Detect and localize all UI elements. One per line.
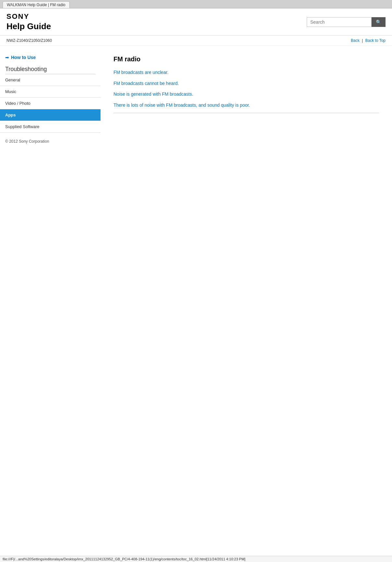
help-guide-title: Help Guide — [6, 21, 51, 31]
content-link-3[interactable]: Noise is generated with FM broadcasts. — [113, 91, 379, 98]
subheader: NWZ-Z1040/Z1050/Z1060 Back | Back to Top — [0, 36, 392, 46]
sidebar-item-how-to-use[interactable]: ➡ How to Use — [0, 52, 101, 63]
sidebar-item-music[interactable]: Music — [0, 86, 101, 98]
how-to-use-label: How to Use — [11, 55, 36, 60]
browser-tab[interactable]: WALKMAN Help Guide | FM radio — [3, 1, 70, 8]
sidebar-item-video-photo[interactable]: Video / Photo — [0, 98, 101, 109]
header: SONY Help Guide 🔍 — [0, 8, 392, 36]
content-link-2[interactable]: FM broadcasts cannot be heard. — [113, 80, 379, 87]
sidebar-item-apps[interactable]: Apps — [0, 109, 101, 121]
sony-logo: SONY — [6, 12, 51, 21]
search-input[interactable] — [307, 17, 372, 27]
logo-area: SONY Help Guide — [6, 12, 51, 31]
content-divider — [113, 113, 379, 113]
search-area: 🔍 — [307, 17, 386, 27]
content-link-1[interactable]: FM broadcasts are unclear. — [113, 69, 379, 76]
sidebar-item-supplied-software[interactable]: Supplied Software — [0, 121, 101, 133]
sidebar-items: General Music Video / Photo Apps Supplie… — [0, 74, 101, 133]
sidebar: ➡ How to Use Troubleshooting General Mus… — [0, 46, 101, 240]
chevron-right-icon: ➡ — [5, 55, 9, 60]
footer: © 2012 Sony Corporation — [0, 133, 101, 150]
pipe-separator: | — [362, 38, 364, 43]
back-to-top-link[interactable]: Back to Top — [365, 38, 386, 43]
copyright-text: © 2012 Sony Corporation — [5, 139, 49, 144]
main-layout: ➡ How to Use Troubleshooting General Mus… — [0, 46, 392, 240]
content-link-4[interactable]: There is lots of noise with FM broadcast… — [113, 102, 379, 109]
troubleshooting-section: Troubleshooting — [0, 66, 101, 74]
content-title: FM radio — [113, 55, 379, 63]
troubleshooting-title: Troubleshooting — [5, 66, 95, 73]
back-link[interactable]: Back — [351, 38, 360, 43]
content-area: FM radio FM broadcasts are unclear. FM b… — [101, 46, 392, 240]
browser-tab-title: WALKMAN Help Guide | FM radio — [7, 3, 65, 7]
sidebar-item-general[interactable]: General — [0, 74, 101, 86]
subheader-links: Back | Back to Top — [351, 38, 386, 43]
search-button[interactable]: 🔍 — [372, 17, 386, 27]
model-number: NWZ-Z1040/Z1050/Z1060 — [6, 38, 52, 43]
browser-tab-bar: WALKMAN Help Guide | FM radio — [0, 0, 392, 8]
